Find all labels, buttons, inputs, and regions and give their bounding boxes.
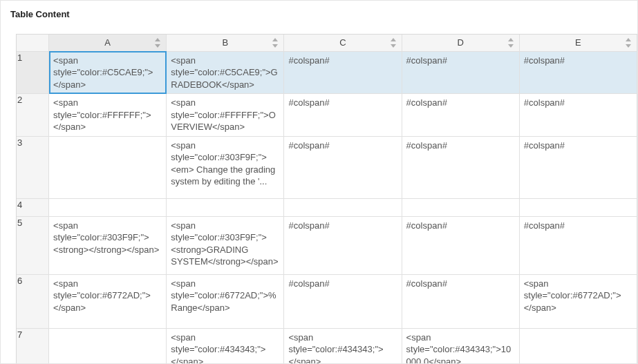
cell[interactable]: <span style="color:#434343;"></span> [167, 328, 284, 363]
cell[interactable]: #colspan# [519, 51, 637, 94]
cell[interactable]: #colspan# [284, 51, 402, 94]
cell[interactable]: <span style="color:#6772AD;"></span> [49, 274, 167, 328]
column-label: A [104, 37, 111, 48]
cell[interactable]: <span style="color:#C5CAE9;">GRADEBOOK</… [167, 51, 284, 94]
cell[interactable] [284, 198, 402, 216]
cell[interactable]: <span style="color:#C5CAE9;"></span> [49, 51, 167, 94]
sort-icon[interactable] [508, 38, 515, 48]
row-header[interactable]: 3 [17, 136, 49, 198]
cell[interactable] [519, 198, 637, 216]
cell[interactable]: #colspan# [402, 136, 519, 198]
cell[interactable]: #colspan# [402, 216, 519, 274]
cell[interactable]: #colspan# [284, 136, 402, 198]
column-header-E[interactable]: E [519, 35, 637, 51]
cell[interactable] [519, 328, 637, 363]
cell[interactable]: <span style="color:#434343;">10000.0</sp… [402, 328, 519, 363]
table-row: 4 [17, 198, 637, 216]
row-header[interactable]: 4 [17, 198, 49, 216]
cell[interactable]: #colspan# [519, 136, 637, 198]
column-header-A[interactable]: A [49, 35, 167, 51]
cell[interactable]: <span style="color:#FFFFFF;"></span> [49, 94, 167, 137]
cell[interactable] [49, 136, 167, 198]
sort-icon[interactable] [391, 38, 397, 48]
select-all-corner[interactable] [17, 35, 49, 51]
panel-title: Table Content [1, 1, 637, 29]
table-row: 3<span style="color:#303F9F;"><em> Chang… [17, 136, 637, 198]
row-header[interactable]: 5 [17, 216, 49, 274]
column-label: C [339, 37, 346, 48]
cell[interactable] [167, 198, 284, 216]
row-header[interactable]: 7 [17, 328, 49, 363]
cell[interactable] [49, 328, 167, 363]
cell[interactable]: #colspan# [402, 94, 519, 137]
table-row: 1<span style="color:#C5CAE9;"></span><sp… [17, 51, 637, 94]
cell[interactable]: <span style="color:#FFFFFF;">OVERVIEW</s… [167, 94, 284, 137]
cell[interactable]: #colspan# [402, 51, 519, 94]
grid-body: 1<span style="color:#C5CAE9;"></span><sp… [17, 51, 637, 363]
row-header[interactable]: 1 [17, 51, 49, 94]
sort-icon[interactable] [626, 38, 632, 48]
table-row: 5<span style="color:#303F9F;"><strong></… [17, 216, 637, 274]
cell[interactable]: <span style="color:#434343;"></span> [284, 328, 402, 363]
sort-icon[interactable] [155, 38, 162, 48]
row-header[interactable]: 2 [17, 94, 49, 137]
cell[interactable]: <span style="color:#303F9F;"><strong></s… [49, 216, 167, 274]
cell[interactable] [49, 198, 167, 216]
sort-icon[interactable] [272, 38, 279, 48]
cell[interactable]: #colspan# [519, 216, 637, 274]
cell[interactable]: <span style="color:#303F9F;"><strong>GRA… [167, 216, 284, 274]
spreadsheet-grid[interactable]: A B C D E [16, 34, 637, 363]
cell[interactable]: <span style="color:#6772AD;"></span> [519, 274, 637, 328]
cell[interactable]: #colspan# [519, 94, 637, 137]
cell[interactable]: #colspan# [402, 274, 519, 328]
cell[interactable]: #colspan# [284, 274, 402, 328]
table-row: 2<span style="color:#FFFFFF;"></span><sp… [17, 94, 637, 137]
column-header-C[interactable]: C [284, 35, 402, 51]
column-header-D[interactable]: D [402, 35, 519, 51]
table-row: 6<span style="color:#6772AD;"></span><sp… [17, 274, 637, 328]
cell[interactable]: #colspan# [284, 94, 402, 137]
row-header[interactable]: 6 [17, 274, 49, 328]
cell[interactable]: #colspan# [284, 216, 402, 274]
column-label: B [223, 37, 229, 48]
column-header-row: A B C D E [17, 35, 637, 51]
table-content-panel: Table Content A B [0, 0, 638, 364]
table-row: 7<span style="color:#434343;"></span><sp… [17, 328, 637, 363]
column-header-B[interactable]: B [167, 35, 284, 51]
cell[interactable]: <span style="color:#6772AD;">% Range</sp… [167, 274, 284, 328]
cell[interactable]: <span style="color:#303F9F;"><em> Change… [167, 136, 284, 198]
cell[interactable] [402, 198, 519, 216]
column-label: D [458, 37, 464, 48]
column-label: E [575, 37, 581, 48]
